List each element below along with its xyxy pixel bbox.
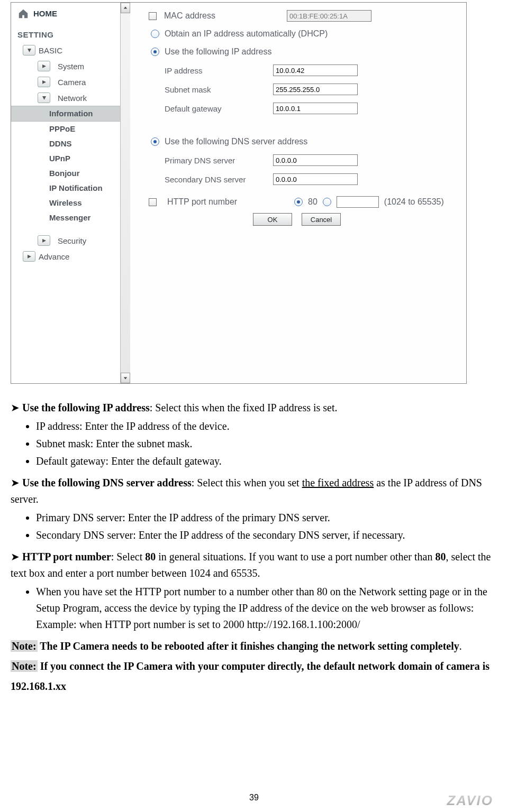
nav-item-label: Network xyxy=(58,94,87,103)
dns1-label: Primary DNS server xyxy=(164,156,273,165)
nav-section-setting: SETTING xyxy=(11,22,130,42)
scroll-up-icon[interactable] xyxy=(121,3,130,13)
dns-radio[interactable] xyxy=(151,137,159,146)
static-ip-radio[interactable] xyxy=(151,48,159,56)
nav-item-label: Advance xyxy=(39,252,69,261)
expand-icon[interactable]: ▸ xyxy=(38,77,50,87)
nav-basic-label: BASIC xyxy=(39,46,62,55)
mask-label: Subnet mask xyxy=(164,85,273,94)
gateway-field[interactable] xyxy=(273,103,358,114)
nav-scrollbar[interactable] xyxy=(120,3,130,383)
nav-leaf-information[interactable]: Information xyxy=(11,106,130,122)
nav-leaf-wireless[interactable]: Wireless xyxy=(11,196,130,210)
secondary-dns-field[interactable] xyxy=(273,173,358,185)
collapse-icon[interactable]: ▾ xyxy=(38,93,50,103)
dns-label: Use the following DNS server address xyxy=(165,137,307,146)
nav-panel: HOME SETTING ▾ BASIC ▸System ▸Camera ▾Ne… xyxy=(11,3,130,383)
http-label: HTTP port number xyxy=(162,197,289,207)
nav-item-system[interactable]: ▸System xyxy=(11,58,130,74)
cancel-button[interactable]: Cancel xyxy=(302,213,341,226)
http-port-field[interactable] xyxy=(337,196,379,208)
nav-leaf-bonjour[interactable]: Bonjour xyxy=(11,166,130,181)
primary-dns-field[interactable] xyxy=(273,154,358,166)
brand-logo: ZAVIO xyxy=(447,792,493,809)
mac-label: MAC address xyxy=(163,11,280,21)
ip-label: IP address xyxy=(164,66,273,75)
mask-field[interactable] xyxy=(273,84,358,95)
heading-ip: ➤ Use the following IP address: Select t… xyxy=(11,400,492,416)
http-custom-radio[interactable] xyxy=(323,198,331,206)
gw-label: Default gateway xyxy=(164,104,273,113)
nav-item-label: Security xyxy=(58,236,86,245)
list-item: Primary DNS server: Enter the IP address… xyxy=(36,510,492,526)
ok-button[interactable]: OK xyxy=(253,213,292,226)
nav-item-label: Camera xyxy=(58,78,86,87)
scroll-down-icon[interactable] xyxy=(121,373,130,383)
expand-icon[interactable]: ▸ xyxy=(38,61,50,71)
scroll-track[interactable] xyxy=(121,13,130,373)
list-item: When you have set the HTTP port number t… xyxy=(36,584,492,633)
list-item: IP address: Enter the IP address of the … xyxy=(36,418,492,435)
http-checkbox[interactable] xyxy=(149,198,157,206)
nav-leaf-messenger[interactable]: Messenger xyxy=(11,210,130,225)
nav-leaf-upnp[interactable]: UPnP xyxy=(11,151,130,166)
nav-leaf-ddns[interactable]: DDNS xyxy=(11,136,130,151)
network-form: MAC address Obtain an IP address automat… xyxy=(149,8,466,226)
static-ip-label: Use the following IP address xyxy=(165,47,271,57)
nav-item-network[interactable]: ▾Network xyxy=(11,90,130,106)
dhcp-radio[interactable] xyxy=(151,30,159,38)
list-item: Secondary DNS server: Enter the IP addre… xyxy=(36,527,492,543)
note-label: Note: xyxy=(11,640,38,652)
nav-item-security[interactable]: ▸Security xyxy=(11,233,130,248)
mac-field xyxy=(287,10,371,22)
expand-icon[interactable]: ▸ xyxy=(23,251,35,262)
http-range-label: (1024 to 65535) xyxy=(384,197,444,207)
nav-home-label: HOME xyxy=(33,9,57,18)
screenshot-figure: HOME SETTING ▾ BASIC ▸System ▸Camera ▾Ne… xyxy=(11,2,467,384)
http-80-label: 80 xyxy=(308,197,318,207)
collapse-icon[interactable]: ▾ xyxy=(23,45,35,56)
nav-leaf-pppoe[interactable]: PPPoE xyxy=(11,122,130,136)
document-body: ➤ Use the following IP address: Select t… xyxy=(11,400,492,696)
nav-item-advance[interactable]: ▸Advance xyxy=(11,248,130,264)
page-number: 39 xyxy=(0,793,508,802)
nav-item-camera[interactable]: ▸Camera xyxy=(11,74,130,90)
nav-leaf-ipnotification[interactable]: IP Notification xyxy=(11,181,130,196)
expand-icon[interactable]: ▸ xyxy=(38,235,50,246)
home-icon xyxy=(17,8,29,19)
list-item: Subnet mask: Enter the subnet mask. xyxy=(36,436,492,452)
dhcp-label: Obtain an IP address automatically (DHCP… xyxy=(165,29,328,39)
heading-http: ➤ HTTP port number: Select 80 in general… xyxy=(11,549,492,582)
http-80-radio[interactable] xyxy=(294,198,303,206)
list-item: Default gateway: Enter the default gatew… xyxy=(36,453,492,469)
ip-field[interactable] xyxy=(273,64,358,76)
dns2-label: Secondary DNS server xyxy=(164,175,273,184)
mac-checkbox[interactable] xyxy=(149,12,157,20)
heading-dns: ➤ Use the following DNS server address: … xyxy=(11,475,492,508)
nav-home[interactable]: HOME xyxy=(11,3,130,22)
note-label: Note: xyxy=(11,660,38,672)
nav-item-label: System xyxy=(58,62,84,71)
nav-basic[interactable]: ▾ BASIC xyxy=(11,42,130,58)
